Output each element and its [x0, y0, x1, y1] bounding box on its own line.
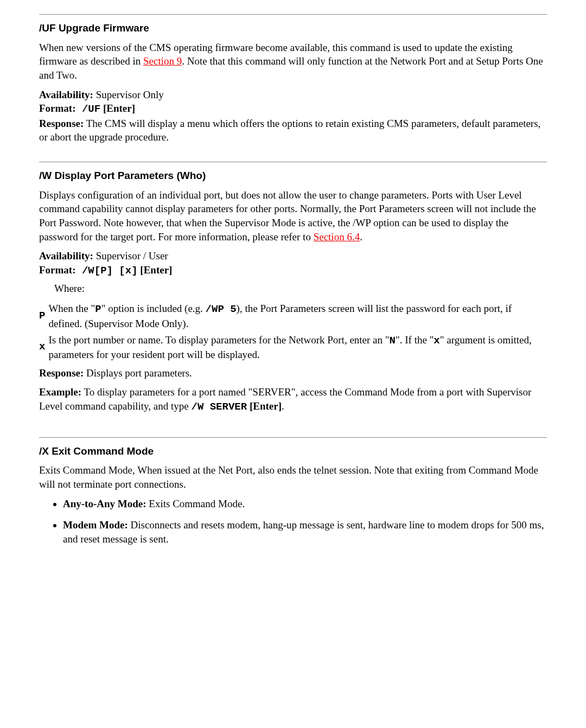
response-label: Response:	[39, 367, 84, 379]
format-label: Format:	[39, 264, 76, 276]
uf-format-line: Format: /UF [Enter]	[39, 101, 547, 117]
any-to-any-body: Exits Command Mode.	[146, 498, 245, 509]
param-x-desc: Is the port number or name. To display p…	[48, 332, 547, 363]
w-heading-title: Display Port Parameters (Who)	[55, 170, 206, 181]
w-format-line: Format: /W[P] [x] [Enter]	[39, 263, 547, 278]
modem-mode-label: Modem Mode:	[63, 519, 128, 531]
divider-mid-1	[39, 162, 547, 162]
response-value: The CMS will display a menu which offers…	[39, 118, 540, 143]
w-example-line: Example: To display parameters for a por…	[39, 385, 547, 414]
w-heading: /W Display Port Parameters (Who)	[39, 169, 547, 183]
w-response-line: Response: Displays port parameters.	[39, 366, 547, 380]
where-label: Where:	[54, 282, 547, 296]
section-9-link[interactable]: Section 9	[143, 55, 182, 67]
response-label: Response:	[39, 118, 84, 129]
x-heading-abbrev: /X	[39, 445, 49, 457]
w-body-text-b: .	[360, 231, 362, 242]
x-heading: /X Exit Command Mode	[39, 444, 547, 458]
uf-heading-abbrev: /UF	[39, 22, 56, 34]
x-mode-list: Any-to-Any Mode: Exits Command Mode. Mod…	[53, 497, 547, 546]
parameter-table: P When the "P" option is included (e.g. …	[39, 301, 547, 363]
availability-value: Supervisor Only	[93, 89, 164, 100]
table-row: P When the "P" option is included (e.g. …	[39, 301, 547, 331]
any-to-any-label: Any-to-Any Mode:	[63, 498, 146, 509]
uf-heading: /UF Upgrade Firmware	[39, 21, 547, 35]
section-6-4-link[interactable]: Section 6.4	[314, 231, 360, 242]
param-x-key: x	[39, 332, 48, 363]
format-label: Format:	[39, 103, 76, 114]
availability-label: Availability:	[39, 89, 93, 100]
w-body: Displays configuration of an individual …	[39, 188, 547, 244]
divider-mid-2	[39, 437, 547, 438]
x-heading-title: Exit Command Mode	[52, 445, 154, 457]
format-command: /W[P] [x]	[76, 265, 138, 277]
param-p-desc: When the "P" option is included (e.g. /W…	[48, 301, 547, 331]
uf-availability-line: Availability: Supervisor Only	[39, 88, 547, 102]
w-body-text-a: Displays configuration of an individual …	[39, 189, 536, 242]
table-row: x Is the port number or name. To display…	[39, 332, 547, 363]
w-heading-abbrev: /W	[39, 170, 52, 181]
x-body: Exits Command Mode, When issued at the N…	[39, 463, 547, 491]
example-label: Example:	[39, 386, 81, 398]
response-value: Displays port parameters.	[84, 367, 192, 379]
modem-mode-body: Disconnects and resets modem, hang-up me…	[63, 519, 544, 545]
format-command: /UF	[76, 103, 101, 115]
w-availability-line: Availability: Supervisor / User	[39, 249, 547, 263]
list-item: Modem Mode: Disconnects and resets modem…	[63, 518, 547, 546]
uf-body: When new versions of the CMS operating f…	[39, 41, 547, 82]
uf-heading-title: Upgrade Firmware	[59, 22, 149, 34]
format-enter: [Enter]	[138, 264, 173, 276]
list-item: Any-to-Any Mode: Exits Command Mode.	[63, 497, 547, 511]
availability-label: Availability:	[39, 250, 93, 261]
uf-response-line: Response: The CMS will display a menu wh…	[39, 117, 547, 144]
divider-top	[39, 14, 547, 15]
format-enter: [Enter]	[100, 103, 135, 114]
param-p-key: P	[39, 301, 48, 331]
availability-value: Supervisor / User	[93, 250, 168, 261]
